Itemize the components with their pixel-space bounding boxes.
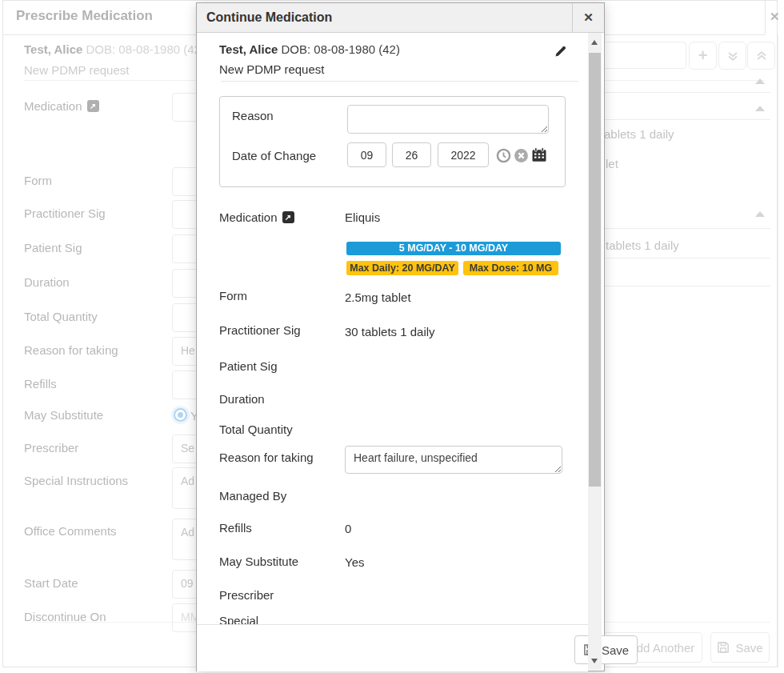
date-of-change-label: Date of Change: [232, 149, 316, 162]
bg-field-label-reason-for-taking: Reason for taking: [24, 343, 118, 357]
bg-may-substitute-radio: [174, 408, 187, 422]
bg-right-divider-5: [604, 286, 770, 286]
modal-title: Continue Medication: [206, 3, 332, 32]
max-dose-badge: Max Dose: 10 MG: [463, 261, 558, 275]
row-value-practitioner-sig: 30 tablets 1 daily: [345, 325, 435, 339]
chevron-double-down-icon: [726, 50, 739, 62]
bg-right-text-fragment-2: let: [606, 157, 618, 170]
bg-save-label: Save: [735, 641, 762, 655]
external-link-icon: ↗: [87, 100, 99, 112]
max-daily-badge: Max Daily: 20 MG/DAY: [346, 261, 458, 275]
modal-edit-button[interactable]: [554, 45, 567, 60]
bg-add-button: +: [689, 42, 717, 70]
bg-field-label-start-date: Start Date: [24, 576, 78, 590]
bg-patient-line: Test, Alice DOB: 08-08-1980 (42: [24, 42, 201, 56]
bg-field-label-may-substitute: May Substitute: [24, 408, 103, 422]
calendar-button[interactable]: [531, 147, 547, 165]
row-label-duration: Duration: [219, 392, 265, 406]
dose-range-badge: 5 MG/DAY - 10 MG/DAY: [346, 242, 561, 255]
bg-field-label-refills: Refills: [24, 377, 57, 391]
bg-patient-name: Test, Alice: [24, 42, 82, 56]
continue-medication-modal: Continue Medication ✕ Test, Alice DOB: 0…: [196, 2, 605, 671]
row-value-refills: 0: [345, 522, 351, 535]
bg-field-label-form: Form: [24, 174, 52, 187]
reason-panel: Reason Date of Change: [219, 96, 566, 187]
modal-footer: Save: [197, 624, 588, 671]
row-label-reason-for-taking: Reason for taking: [219, 451, 314, 464]
bg-right-divider-1: [604, 92, 770, 93]
bg-field-label-prescriber: Prescriber: [24, 441, 78, 455]
row-label-total-quantity: Total Quantity: [219, 423, 293, 436]
scrollbar-thumb[interactable]: [589, 53, 601, 487]
clear-date-button[interactable]: [514, 148, 529, 166]
scrollbar-down-arrow-icon[interactable]: [591, 659, 598, 663]
row-label-may-substitute: May Substitute: [219, 555, 298, 568]
modal-header: Continue Medication ✕: [197, 3, 604, 33]
bg-field-label-patient-sig: Patient Sig: [24, 241, 82, 254]
chevron-double-up-icon: [755, 50, 768, 62]
row-label-refills: Refills: [219, 521, 252, 535]
bg-search-input: [602, 42, 686, 69]
plus-icon: +: [698, 46, 708, 65]
bg-expand-all-button: [747, 42, 775, 70]
bg-section-caret-2: [755, 106, 765, 111]
modal-patient-name: Test, Alice: [219, 42, 278, 56]
bg-save-button: Save: [710, 632, 770, 663]
row-label-form: Form: [219, 289, 247, 302]
modal-patient-line: Test, Alice DOB: 08-08-1980 (42): [219, 42, 400, 56]
modal-scrollbar[interactable]: [588, 33, 602, 670]
bg-field-label-total-quantity: Total Quantity: [24, 310, 98, 323]
bg-right-divider-3: [604, 228, 770, 229]
bg-section-caret-1: [755, 78, 765, 84]
bg-pdmp-request: New PDMP request: [24, 63, 129, 77]
modal-patient-divider: [221, 81, 578, 82]
bg-collapse-all-button: [718, 42, 746, 70]
row-value-form: 2.5mg tablet: [345, 290, 411, 304]
reason-label: Reason: [232, 109, 274, 122]
modal-pdmp-request: New PDMP request: [219, 62, 324, 76]
bg-field-label-office-comments: Office Comments: [24, 524, 117, 538]
bg-right-text-fragment-1: ablets 1 daily: [604, 127, 674, 141]
close-icon: ✕: [583, 10, 594, 25]
bg-section-caret-3: [755, 211, 765, 217]
scrollbar-up-arrow-icon[interactable]: [591, 40, 598, 45]
bg-patient-dob: DOB: 08-08-1980 (42: [86, 42, 201, 56]
save-icon: [717, 641, 730, 654]
row-value-may-substitute: Yes: [345, 555, 364, 569]
row-label-practitioner-sig: Practitioner Sig: [219, 323, 301, 337]
pencil-icon: [554, 45, 567, 58]
time-button[interactable]: [496, 148, 511, 166]
reason-for-taking-textarea[interactable]: Heart failure, unspecified: [345, 446, 562, 474]
modal-save-label: Save: [602, 643, 629, 657]
bg-right-panel-edge: [778, 34, 778, 667]
bg-dialog-title: Prescribe Medication: [16, 8, 153, 24]
bg-add-another-label: Add Another: [629, 641, 695, 655]
bg-close-icon: ✕: [770, 10, 780, 24]
bg-field-label-special-instructions: Special Instructions: [24, 474, 128, 487]
row-label-medication: Medication ↗: [219, 210, 294, 224]
bg-field-label-practitioner-sig: Practitioner Sig: [24, 206, 106, 220]
modal-patient-dob: DOB: 08-08-1980 (42): [282, 42, 400, 56]
bg-right-text-fragment-3: tablets 1 daily: [606, 238, 679, 252]
external-link-icon[interactable]: ↗: [282, 211, 294, 223]
clock-icon: [496, 148, 511, 163]
x-circle-icon: [514, 148, 529, 163]
modal-save-button[interactable]: Save: [574, 635, 638, 664]
row-value-medication: Eliquis: [345, 210, 380, 224]
modal-close-button[interactable]: ✕: [572, 3, 604, 32]
row-label-patient-sig: Patient Sig: [219, 359, 278, 373]
date-year-input[interactable]: [438, 142, 489, 167]
row-label-prescriber: Prescriber: [219, 588, 274, 602]
bg-header-close-separator: [765, 0, 766, 34]
bg-right-divider-4: [604, 258, 770, 258]
bg-field-label-duration: Duration: [24, 275, 70, 289]
row-label-managed-by: Managed By: [219, 489, 286, 503]
bg-field-label-medication: Medication ↗: [24, 99, 99, 113]
bg-right-divider-2: [604, 119, 770, 120]
calendar-icon: [531, 147, 547, 162]
reason-textarea[interactable]: [347, 105, 549, 134]
date-month-input[interactable]: [347, 142, 386, 167]
date-day-input[interactable]: [392, 142, 431, 167]
